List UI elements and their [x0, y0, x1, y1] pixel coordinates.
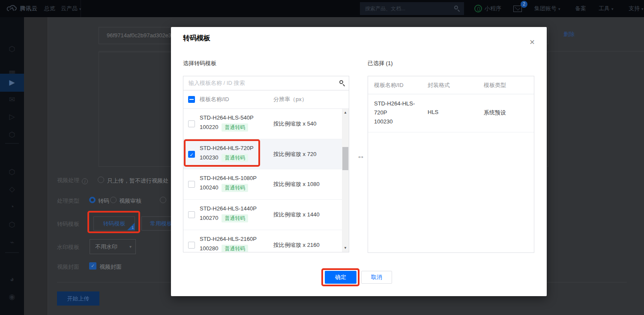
sidebar-item-stat-clock-icon[interactable]: ◔ — [0, 198, 24, 216]
info-icon[interactable]: i — [82, 178, 88, 184]
template-resolution: 按比例缩放 x 2160 — [273, 241, 320, 249]
nav-cloud-products[interactable]: 云产品▾ — [61, 0, 81, 17]
tencent-cloud-logo-icon[interactable] — [6, 4, 17, 13]
selected-template-format: HLS — [428, 109, 438, 115]
template-row[interactable]: ✓STD-H264-HLS-720P100230普通转码按比例缩放 x 720 — [183, 139, 342, 170]
template-list: STD-H264-HLS-540P100220普通转码按比例缩放 x 540✓S… — [183, 109, 342, 252]
template-search-row — [183, 76, 349, 90]
third-radio[interactable] — [160, 197, 166, 203]
template-row[interactable]: STD-H264-HLS-1080P100240普通转码按比例缩放 x 1080 — [183, 169, 342, 200]
template-search-input[interactable] — [189, 76, 330, 90]
confirm-button[interactable]: 确定 — [325, 271, 356, 284]
select-all-checkbox[interactable] — [188, 96, 195, 103]
transcode-template-button[interactable]: 转码模板 1 — [93, 216, 135, 231]
template-type-badge: 普通转码 — [222, 123, 248, 132]
cover-checkbox-label: 视频封面 — [99, 263, 122, 271]
menu-group-account[interactable]: 集团账号▾ — [534, 0, 560, 17]
scroll-up-icon[interactable]: ▲ — [342, 110, 349, 116]
column-header: 封装格式 — [428, 76, 450, 94]
template-resolution: 按比例缩放 x 540 — [273, 120, 316, 128]
topbar-separator — [81, 0, 81, 17]
template-type-badge: 普通转码 — [222, 184, 248, 192]
row-checkbox[interactable] — [188, 120, 195, 127]
template-row[interactable]: STD-H264-HLS-540P100220普通转码按比例缩放 x 540 — [183, 109, 342, 139]
cover-label: 视频封面 — [57, 263, 79, 271]
row-checkbox-checked[interactable]: ✓ — [188, 151, 195, 158]
scrollbar-thumb[interactable] — [342, 147, 348, 170]
column-header: 分辨率（px） — [273, 90, 307, 108]
template-type-badge: 普通转码 — [222, 154, 248, 162]
template-list-header: 模板名称/ID 分辨率（px） — [183, 90, 349, 109]
secondary-sidebar — [24, 17, 48, 315]
menu-support[interactable]: 支持▾ — [629, 0, 644, 17]
menu-tools[interactable]: 工具▾ — [599, 0, 614, 17]
cover-checkbox[interactable]: ✓ — [89, 262, 96, 270]
close-icon[interactable]: ✕ — [528, 38, 536, 47]
watermark-value: 不用水印 — [95, 240, 117, 254]
sidebar-item-pie-chart-icon[interactable]: ◕ — [0, 270, 24, 288]
search-icon[interactable] — [454, 6, 460, 12]
left-panel-heading: 选择转码模板 — [183, 60, 216, 67]
search-icon[interactable] — [339, 80, 345, 86]
chevron-down-icon: ▾ — [641, 7, 644, 11]
template-row[interactable]: STD-H264-HLS-2160P100280普通转码按比例缩放 x 2160 — [183, 230, 342, 252]
watermark-select[interactable]: 不用水印 ▾ — [90, 239, 136, 254]
column-header: 模板名称/ID — [374, 76, 404, 94]
brand-name[interactable]: 腾讯云 — [20, 0, 38, 17]
template-name: STD-H264-HLS-2160P — [200, 236, 257, 242]
delete-link[interactable]: 删除 — [563, 30, 575, 38]
dialog-title: 转码模板 — [183, 34, 210, 43]
topbar-search-box[interactable] — [360, 2, 464, 15]
sidebar-item-play-outline-icon[interactable]: ▷ — [0, 108, 24, 126]
process-type-label: 处理类型 — [57, 197, 79, 205]
sidebar-item-cube-icon[interactable]: ◇ — [0, 180, 24, 198]
column-header: 模板名称/ID — [200, 90, 229, 108]
template-name: STD-H264-HLS-1440P — [200, 205, 257, 212]
transcode-template-label: 转码模板 — [57, 220, 79, 228]
chevron-down-icon: ▾ — [129, 240, 132, 254]
message-count-badge: 2 — [521, 1, 527, 8]
video-audit-radio[interactable] — [110, 197, 117, 203]
left-icon-sidebar: ⬡▦▶✉▷⬡⬡◇◔⬡⌁◕◉☰ — [0, 17, 24, 315]
selected-templates-panel: 模板名称/ID 封装格式 模板类型 STD-H264-HLS-720P10023… — [368, 76, 534, 253]
selected-template-name: STD-H264-HLS-720P100230 — [374, 99, 424, 126]
row-checkbox[interactable] — [188, 181, 195, 188]
chevron-down-icon: ▾ — [558, 7, 560, 11]
app-root: 腾讯云 总览 云产品▾ 小程序 2 集团账号▾ 备案 工具▾ 支持▾ ⬡▦▶✉▷… — [0, 0, 644, 315]
message-envelope-icon[interactable] — [513, 6, 522, 12]
template-id-line: 100240普通转码 — [200, 184, 248, 192]
mini-program-link[interactable]: 小程序 — [485, 0, 501, 17]
sidebar-item-media-assets-icon[interactable]: ▶ — [0, 74, 24, 92]
search-input[interactable] — [365, 2, 446, 15]
scroll-down-icon[interactable]: ▼ — [342, 245, 349, 251]
start-upload-button[interactable]: 开始上传 — [57, 291, 99, 306]
sidebar-item-video-process-icon[interactable]: ⬡ — [0, 163, 24, 181]
row-checkbox[interactable] — [188, 242, 195, 249]
transcode-radio[interactable] — [89, 197, 96, 203]
watermark-label: 水印模板 — [57, 243, 79, 251]
cancel-button[interactable]: 取消 — [361, 271, 392, 284]
template-row[interactable]: STD-H264-HLS-1440P100270普通转码按比例缩放 x 1440 — [183, 200, 342, 230]
mini-program-icon[interactable] — [474, 5, 482, 12]
nav-overview[interactable]: 总览 — [44, 0, 55, 17]
template-type-badge: 普通转码 — [222, 245, 248, 252]
file-id-text: 96f9714af0c2b97ad302e37 — [107, 27, 174, 44]
template-id-line: 100280普通转码 — [200, 245, 248, 252]
selected-template-row: STD-H264-HLS-720P100230HLS系统预设 — [368, 94, 534, 132]
sidebar-item-task-envelope-icon[interactable]: ✉ — [0, 91, 24, 109]
upload-only-radio[interactable] — [98, 177, 104, 183]
scrollbar[interactable]: ▲ ▼ — [342, 109, 349, 252]
sidebar-item-vod-product-icon[interactable]: ⬡ — [0, 40, 24, 58]
template-resolution: 按比例缩放 x 1080 — [273, 180, 320, 188]
template-name: STD-H264-HLS-1080P — [200, 175, 257, 181]
sidebar-divider — [5, 252, 19, 253]
sidebar-item-layers-icon[interactable]: ⌁ — [0, 234, 24, 252]
sidebar-item-upload-hexagon-icon[interactable]: ⬡ — [0, 216, 24, 234]
sidebar-item-hexagon-play-icon[interactable]: ⬡ — [0, 126, 24, 144]
sidebar-item-monitor-pulse-icon[interactable]: ◉ — [0, 288, 24, 306]
row-checkbox[interactable] — [188, 211, 195, 218]
right-panel-heading: 已选择 (1) — [368, 60, 393, 67]
template-select-panel: 模板名称/ID 分辨率（px） STD-H264-HLS-540P100220普… — [183, 76, 349, 252]
template-name: STD-H264-HLS-720P — [200, 145, 254, 151]
menu-beian[interactable]: 备案 — [575, 0, 586, 17]
